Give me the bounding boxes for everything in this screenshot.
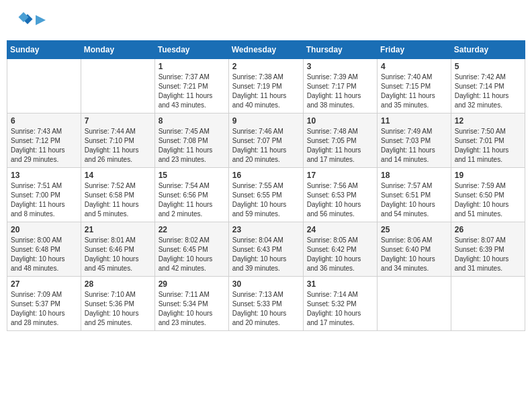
calendar-cell: 23Sunrise: 8:04 AM Sunset: 6:43 PM Dayli… [228,222,303,277]
day-number: 25 [381,225,447,234]
calendar-cell: 18Sunrise: 7:57 AM Sunset: 6:51 PM Dayli… [378,168,451,222]
day-number: 30 [232,279,300,289]
col-header-wednesday: Wednesday [228,41,303,59]
calendar-cell: 15Sunrise: 7:54 AM Sunset: 6:56 PM Dayli… [154,168,228,222]
col-header-saturday: Saturday [451,41,525,59]
day-info: Sunrise: 7:59 AM Sunset: 6:50 PM Dayligh… [455,181,521,219]
day-info: Sunrise: 7:09 AM Sunset: 5:37 PM Dayligh… [11,290,77,328]
day-info: Sunrise: 7:55 AM Sunset: 6:55 PM Dayligh… [232,181,300,219]
day-number: 12 [455,116,521,126]
calendar-cell [378,277,451,331]
day-number: 9 [232,116,300,126]
day-info: Sunrise: 8:06 AM Sunset: 6:40 PM Dayligh… [381,236,447,273]
day-info: Sunrise: 8:05 AM Sunset: 6:42 PM Dayligh… [307,236,373,273]
day-number: 6 [11,116,77,126]
day-number: 21 [85,225,151,234]
calendar-cell: 30Sunrise: 7:13 AM Sunset: 5:33 PM Dayli… [228,277,303,331]
day-number: 7 [85,116,151,126]
calendar-cell: 1Sunrise: 7:37 AM Sunset: 7:21 PM Daylig… [154,59,228,113]
week-row-0: 1Sunrise: 7:37 AM Sunset: 7:21 PM Daylig… [7,59,525,113]
week-row-2: 13Sunrise: 7:51 AM Sunset: 7:00 PM Dayli… [7,168,525,222]
calendar-cell: 16Sunrise: 7:55 AM Sunset: 6:55 PM Dayli… [228,168,303,222]
col-header-sunday: Sunday [7,41,81,59]
day-info: Sunrise: 7:43 AM Sunset: 7:12 PM Dayligh… [11,127,77,165]
col-header-monday: Monday [81,41,154,59]
day-info: Sunrise: 7:48 AM Sunset: 7:05 PM Dayligh… [307,127,373,165]
day-info: Sunrise: 7:54 AM Sunset: 6:56 PM Dayligh… [159,181,225,219]
week-row-1: 6Sunrise: 7:43 AM Sunset: 7:12 PM Daylig… [7,113,525,168]
week-row-4: 27Sunrise: 7:09 AM Sunset: 5:37 PM Dayli… [7,277,525,331]
day-info: Sunrise: 7:40 AM Sunset: 7:15 PM Dayligh… [381,73,447,110]
day-number: 14 [85,171,151,180]
calendar-cell: 10Sunrise: 7:48 AM Sunset: 7:05 PM Dayli… [303,113,377,168]
calendar-cell: 14Sunrise: 7:52 AM Sunset: 6:58 PM Dayli… [81,168,154,222]
calendar-cell: 11Sunrise: 7:49 AM Sunset: 7:03 PM Dayli… [378,113,451,168]
day-number: 15 [159,171,225,180]
day-info: Sunrise: 7:45 AM Sunset: 7:08 PM Dayligh… [159,127,225,165]
day-info: Sunrise: 7:39 AM Sunset: 7:17 PM Dayligh… [307,73,373,110]
calendar-cell: 20Sunrise: 8:00 AM Sunset: 6:48 PM Dayli… [7,222,81,277]
calendar-table: SundayMondayTuesdayWednesdayThursdayFrid… [7,40,525,331]
calendar-cell: 22Sunrise: 8:02 AM Sunset: 6:45 PM Dayli… [154,222,228,277]
calendar-cell: 5Sunrise: 7:42 AM Sunset: 7:14 PM Daylig… [451,59,525,113]
day-number: 10 [307,116,373,126]
day-headers-row: SundayMondayTuesdayWednesdayThursdayFrid… [7,41,525,59]
calendar-cell: 25Sunrise: 8:06 AM Sunset: 6:40 PM Dayli… [378,222,451,277]
day-info: Sunrise: 8:00 AM Sunset: 6:48 PM Dayligh… [11,236,77,273]
logo-text: ▶ [36,13,45,27]
col-header-thursday: Thursday [303,41,377,59]
day-number: 23 [232,225,300,234]
day-number: 31 [307,279,373,289]
day-info: Sunrise: 8:04 AM Sunset: 6:43 PM Dayligh… [232,236,300,273]
day-info: Sunrise: 7:49 AM Sunset: 7:03 PM Dayligh… [381,127,447,165]
col-header-tuesday: Tuesday [154,41,228,59]
calendar-cell: 4Sunrise: 7:40 AM Sunset: 7:15 PM Daylig… [378,59,451,113]
day-number: 24 [307,225,373,234]
day-info: Sunrise: 8:02 AM Sunset: 6:45 PM Dayligh… [159,236,225,273]
day-number: 17 [307,171,373,180]
page-header: ▶ [7,7,525,34]
calendar-cell: 17Sunrise: 7:56 AM Sunset: 6:53 PM Dayli… [303,168,377,222]
day-info: Sunrise: 8:07 AM Sunset: 6:39 PM Dayligh… [455,236,521,273]
day-number: 5 [455,62,521,71]
day-info: Sunrise: 7:13 AM Sunset: 5:33 PM Dayligh… [232,290,300,328]
day-info: Sunrise: 7:44 AM Sunset: 7:10 PM Dayligh… [85,127,151,165]
day-number: 26 [455,225,521,234]
day-number: 11 [381,116,447,126]
calendar-cell: 29Sunrise: 7:11 AM Sunset: 5:34 PM Dayli… [154,277,228,331]
calendar-cell: 2Sunrise: 7:38 AM Sunset: 7:19 PM Daylig… [228,59,303,113]
day-info: Sunrise: 7:42 AM Sunset: 7:14 PM Dayligh… [455,73,521,110]
day-number: 8 [159,116,225,126]
calendar-cell [7,59,81,113]
day-info: Sunrise: 7:37 AM Sunset: 7:21 PM Dayligh… [159,73,225,110]
day-number: 27 [11,279,77,289]
day-info: Sunrise: 7:50 AM Sunset: 7:01 PM Dayligh… [455,127,521,165]
day-number: 1 [159,62,225,71]
day-info: Sunrise: 7:56 AM Sunset: 6:53 PM Dayligh… [307,181,373,219]
calendar-cell: 9Sunrise: 7:46 AM Sunset: 7:07 PM Daylig… [228,113,303,168]
day-number: 20 [11,225,77,234]
day-number: 2 [232,62,300,71]
calendar-cell: 19Sunrise: 7:59 AM Sunset: 6:50 PM Dayli… [451,168,525,222]
calendar-cell [81,59,154,113]
day-number: 4 [381,62,447,71]
day-info: Sunrise: 8:01 AM Sunset: 6:46 PM Dayligh… [85,236,151,273]
day-info: Sunrise: 7:52 AM Sunset: 6:58 PM Dayligh… [85,181,151,219]
day-number: 28 [85,279,151,289]
calendar-cell: 8Sunrise: 7:45 AM Sunset: 7:08 PM Daylig… [154,113,228,168]
day-info: Sunrise: 7:57 AM Sunset: 6:51 PM Dayligh… [381,181,447,219]
calendar-cell: 12Sunrise: 7:50 AM Sunset: 7:01 PM Dayli… [451,113,525,168]
day-info: Sunrise: 7:14 AM Sunset: 5:32 PM Dayligh… [307,290,373,328]
logo: ▶ [13,10,45,30]
calendar-cell: 28Sunrise: 7:10 AM Sunset: 5:36 PM Dayli… [81,277,154,331]
calendar-header: SundayMondayTuesdayWednesdayThursdayFrid… [7,41,525,59]
calendar-cell: 3Sunrise: 7:39 AM Sunset: 7:17 PM Daylig… [303,59,377,113]
day-info: Sunrise: 7:10 AM Sunset: 5:36 PM Dayligh… [85,290,151,328]
logo-arrow: ▶ [36,13,45,26]
day-number: 19 [455,171,521,180]
day-number: 29 [159,279,225,289]
day-number: 18 [381,171,447,180]
logo-icon [13,10,34,30]
day-info: Sunrise: 7:11 AM Sunset: 5:34 PM Dayligh… [159,290,225,328]
calendar-cell: 26Sunrise: 8:07 AM Sunset: 6:39 PM Dayli… [451,222,525,277]
